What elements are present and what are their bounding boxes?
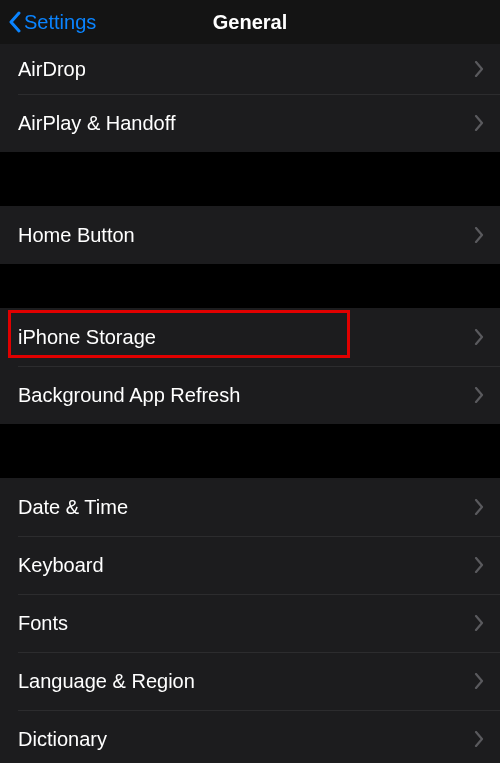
group-gap [0, 424, 500, 478]
chevron-right-icon [474, 557, 484, 573]
chevron-right-icon [474, 615, 484, 631]
row-background-app-refresh[interactable]: Background App Refresh [0, 366, 500, 424]
settings-group: AirDrop AirPlay & Handoff [0, 44, 500, 152]
row-airplay-handoff[interactable]: AirPlay & Handoff [0, 94, 500, 152]
row-label: AirDrop [18, 58, 86, 81]
row-label: AirPlay & Handoff [18, 112, 176, 135]
row-fonts[interactable]: Fonts [0, 594, 500, 652]
chevron-right-icon [474, 227, 484, 243]
chevron-right-icon [474, 499, 484, 515]
row-label: Dictionary [18, 728, 107, 751]
row-label: iPhone Storage [18, 326, 156, 349]
chevron-right-icon [474, 731, 484, 747]
group-gap [0, 264, 500, 308]
row-label: Background App Refresh [18, 384, 240, 407]
chevron-right-icon [474, 61, 484, 77]
row-home-button[interactable]: Home Button [0, 206, 500, 264]
chevron-left-icon [8, 11, 22, 33]
chevron-right-icon [474, 387, 484, 403]
row-language-region[interactable]: Language & Region [0, 652, 500, 710]
row-label: Language & Region [18, 670, 195, 693]
row-airdrop[interactable]: AirDrop [0, 44, 500, 94]
settings-group: iPhone Storage Background App Refresh [0, 308, 500, 424]
row-keyboard[interactable]: Keyboard [0, 536, 500, 594]
chevron-right-icon [474, 329, 484, 345]
row-date-time[interactable]: Date & Time [0, 478, 500, 536]
settings-group: Home Button [0, 206, 500, 264]
row-label: Home Button [18, 224, 135, 247]
chevron-right-icon [474, 673, 484, 689]
row-dictionary[interactable]: Dictionary [0, 710, 500, 763]
page-title: General [213, 11, 287, 34]
navbar: Settings General [0, 0, 500, 44]
chevron-right-icon [474, 115, 484, 131]
settings-group: Date & Time Keyboard Fonts Language & Re… [0, 478, 500, 763]
back-button[interactable]: Settings [8, 0, 96, 44]
row-iphone-storage[interactable]: iPhone Storage [0, 308, 500, 366]
row-label: Date & Time [18, 496, 128, 519]
back-label: Settings [24, 11, 96, 34]
row-label: Fonts [18, 612, 68, 635]
row-label: Keyboard [18, 554, 104, 577]
group-gap [0, 152, 500, 206]
